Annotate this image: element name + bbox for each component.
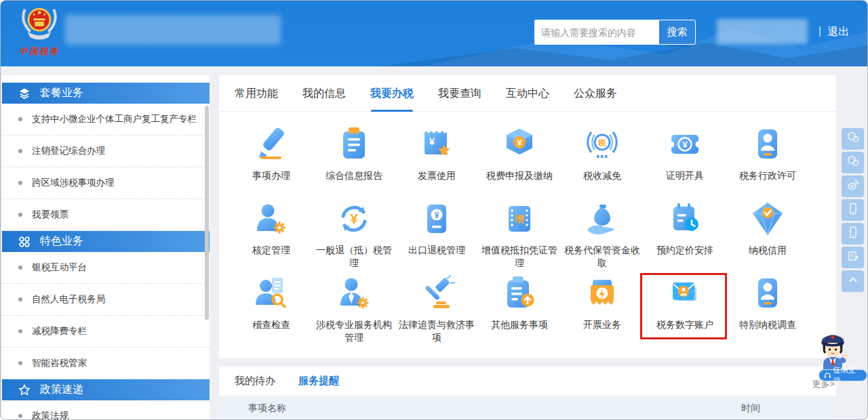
sidebar-section-header[interactable]: 政策速递 xyxy=(2,379,210,400)
feature-grid: 事项办理综合信息报告¥发票使用¥税费申报及缴纳税税收减免¥证明开具税务行政许可核… xyxy=(230,125,836,358)
sidebar-item[interactable]: 减税降费专栏 xyxy=(2,316,210,348)
redacted-site-title xyxy=(65,15,281,45)
feature-item[interactable]: 事项办理 xyxy=(230,125,313,200)
ticket-yen-icon: ¥ xyxy=(666,125,704,163)
tab-0[interactable]: 常用功能 xyxy=(235,75,278,112)
feature-item[interactable]: 稽查检查 xyxy=(230,274,313,358)
gavel-icon xyxy=(418,274,456,312)
feature-item[interactable]: ¥发票使用 xyxy=(395,125,478,200)
feature-item[interactable]: ¥一般退（抵）税管理 xyxy=(313,200,395,274)
sidebar-scrollbar[interactable] xyxy=(205,106,209,320)
todo-tab-1[interactable]: 服务提醒 xyxy=(298,375,339,387)
column-time: 时间 xyxy=(741,402,760,415)
logo-caption: 中国税务 xyxy=(16,45,63,58)
doc-yen-icon: ¥ xyxy=(418,200,456,238)
phone2-icon xyxy=(846,225,861,243)
feature-item[interactable]: 税务行政许可 xyxy=(726,125,809,200)
interaction-badge-label: 征纳互动 xyxy=(833,365,862,385)
todo-panel: 我的待办服务提醒 更多> 事项名称 时间 xyxy=(219,366,836,420)
main-panel: 常用功能我的信息我要办税我要查询互动中心公众服务 事项办理综合信息报告¥发票使用… xyxy=(219,75,836,358)
sidebar: 套餐业务支持中小微企业个体工商户复工复产专栏注销登记综合办理跨区域涉税事项办理我… xyxy=(2,75,210,420)
tab-3[interactable]: 我要查询 xyxy=(438,75,481,112)
grid-icon xyxy=(18,236,31,248)
feature-item[interactable]: 增增值税抵扣凭证管理 xyxy=(478,200,561,274)
wechat-icon xyxy=(846,130,861,148)
sidebar-item[interactable]: 自然人电子税务局 xyxy=(2,284,210,316)
svg-text:¥: ¥ xyxy=(435,211,439,220)
tool-phone-icon[interactable] xyxy=(842,199,864,221)
feature-item[interactable]: 涉税专业服务机构管理 xyxy=(313,274,395,358)
report-icon xyxy=(335,125,373,163)
star-icon xyxy=(18,384,31,396)
tool-wechat-icon[interactable] xyxy=(842,128,864,150)
feature-item[interactable]: 预约定价安排 xyxy=(644,200,726,274)
feature-item[interactable]: ¥税费申报及缴纳 xyxy=(478,125,561,200)
feature-label: 税务数字账户 xyxy=(656,318,713,331)
pencil-icon xyxy=(252,125,290,163)
feature-label: 税费申报及缴纳 xyxy=(486,169,553,182)
other-service-icon xyxy=(500,274,538,312)
floating-toolbar xyxy=(842,128,864,292)
tool-form-icon[interactable] xyxy=(842,247,864,268)
tool-weibo-icon[interactable] xyxy=(842,175,864,197)
sidebar-item[interactable]: 跨区域涉税事项办理 xyxy=(2,167,210,199)
cube-yen-icon: ¥ xyxy=(500,125,538,163)
tax-emblem-icon: 税 xyxy=(583,125,621,163)
feature-label: 核定管理 xyxy=(252,244,290,257)
sidebar-section-header[interactable]: 特色业务 xyxy=(2,231,210,252)
sidebar-item[interactable]: 注销登记综合办理 xyxy=(2,135,210,167)
back-top-icon xyxy=(846,272,861,290)
calendar-clock-icon xyxy=(666,200,704,238)
tab-4[interactable]: 互动中心 xyxy=(506,75,549,112)
feature-item[interactable]: 开票业务 xyxy=(561,274,644,358)
search-bar: 搜索 xyxy=(534,20,696,45)
sidebar-section-header[interactable]: 套餐业务 xyxy=(2,83,210,104)
feature-label: 稽查检查 xyxy=(252,318,290,331)
feature-item[interactable]: 特别纳税调查 xyxy=(726,274,809,358)
todo-table-header: 事项名称 时间 xyxy=(219,396,836,420)
svg-text:增: 增 xyxy=(514,213,524,224)
sidebar-item[interactable]: 我要领票 xyxy=(2,199,210,231)
tab-2[interactable]: 我要办税 xyxy=(370,75,414,112)
feature-item[interactable]: ¥证明开具 xyxy=(644,125,726,200)
svg-text:税: 税 xyxy=(597,138,606,148)
feature-label: 出口退税管理 xyxy=(408,244,465,257)
feature-item[interactable]: 税税收减免 xyxy=(561,125,644,200)
feature-item[interactable]: 综合信息报告 xyxy=(313,125,395,200)
tool-wechat2-icon[interactable] xyxy=(842,152,864,173)
layers-icon xyxy=(18,87,31,100)
feature-label: 综合信息报告 xyxy=(326,169,382,182)
feature-item[interactable]: ¥出口退税管理 xyxy=(395,200,478,274)
sidebar-item[interactable]: 政策法规 xyxy=(2,400,210,420)
feature-label: 税收减免 xyxy=(583,169,621,182)
interaction-badge[interactable]: 征纳互动 xyxy=(818,369,867,381)
feature-item[interactable]: 其他服务事项 xyxy=(478,274,561,358)
sidebar-section-label: 特色业务 xyxy=(40,234,83,249)
feature-item[interactable]: 纳税信用 xyxy=(726,200,809,274)
column-item-name: 事项名称 xyxy=(248,402,286,415)
sidebar-sections: 套餐业务支持中小微企业个体工商户复工复产专栏注销登记综合办理跨区域涉税事项办理我… xyxy=(2,83,210,420)
feature-item[interactable]: 核定管理 xyxy=(230,200,313,274)
feature-label: 开票业务 xyxy=(583,318,621,331)
feature-item[interactable]: 法律追责与救济事项 xyxy=(395,274,478,358)
sidebar-item[interactable]: 银税互动平台 xyxy=(2,252,210,284)
feature-label: 预约定价安排 xyxy=(656,244,713,257)
sidebar-section-label: 政策速递 xyxy=(40,383,83,397)
search-input[interactable] xyxy=(534,20,658,45)
sidebar-item[interactable]: 支持中小微企业个体工商户复工复产专栏 xyxy=(2,104,210,135)
feature-label: 一般退（抵）税管理 xyxy=(316,244,392,270)
tab-5[interactable]: 公众服务 xyxy=(574,75,617,112)
tool-back-top-icon[interactable] xyxy=(842,270,864,292)
tool-phone2-icon[interactable] xyxy=(842,223,864,245)
feature-item[interactable]: 税务数字账户 xyxy=(644,274,726,358)
refund-cycle-icon: ¥ xyxy=(335,200,373,238)
feature-label: 税务行政许可 xyxy=(739,169,796,182)
search-button[interactable]: 搜索 xyxy=(658,20,696,45)
todo-tab-0[interactable]: 我的待办 xyxy=(235,375,275,387)
tab-1[interactable]: 我的信息 xyxy=(302,75,346,112)
sidebar-item[interactable]: 智能咨税管家 xyxy=(2,348,210,379)
invoice-star-icon: ¥ xyxy=(418,125,456,163)
feature-label: 增值税抵扣凭证管理 xyxy=(481,244,557,270)
logout-button[interactable]: | 退出 xyxy=(818,25,849,39)
feature-item[interactable]: 税务代保管资金收取 xyxy=(561,200,644,274)
